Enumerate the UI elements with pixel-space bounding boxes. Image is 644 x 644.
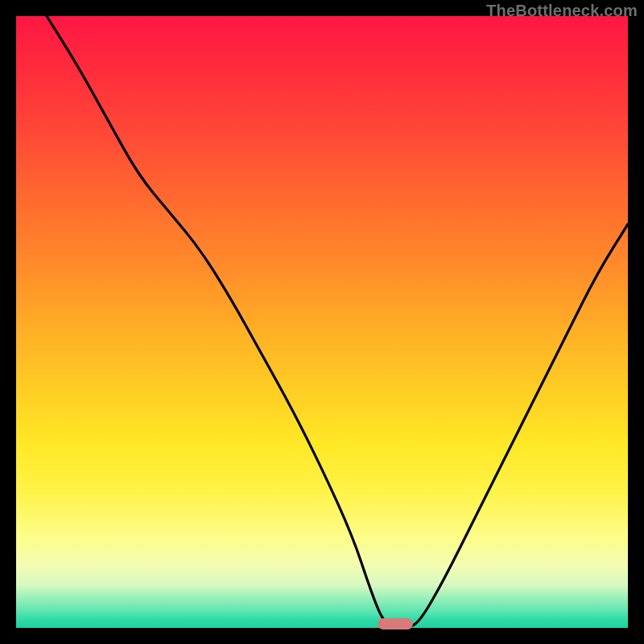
chart-frame: TheBottleneck.com bbox=[0, 0, 644, 644]
chart-plot-area bbox=[16, 16, 628, 628]
bottleneck-curve bbox=[16, 16, 628, 628]
optimal-marker bbox=[378, 618, 413, 630]
